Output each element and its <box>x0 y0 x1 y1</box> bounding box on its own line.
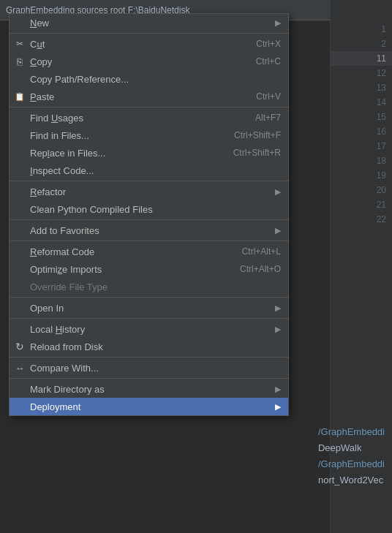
menu-item-copy-path[interactable]: Copy Path/Reference... <box>10 70 288 88</box>
menu-label-reformat-code: Reformat Code <box>30 246 227 257</box>
menu-label-replace-in-files: Replace in Files... <box>30 148 219 159</box>
right-panel-text: /GraphEmbeddi DeepWalk /GraphEmbeddi nor… <box>318 424 385 488</box>
menu-label-add-favorites: Add to Favorites <box>30 225 271 236</box>
separator-9 <box>10 378 288 379</box>
menu-label-open-in: Open In <box>30 303 271 314</box>
menu-item-refactor[interactable]: Refactor ▶ <box>10 183 288 200</box>
line-num-11: 11 <box>331 51 392 66</box>
separator-6 <box>10 297 288 298</box>
menu-label-reload-disk: Reload from Disk <box>30 341 281 352</box>
line-num-20: 20 <box>331 183 392 197</box>
refresh-icon: ↻ <box>14 341 26 352</box>
line-num-15: 15 <box>331 110 392 124</box>
line-num-2: 2 <box>331 37 392 51</box>
paste-icon: 📋 <box>14 91 26 102</box>
menu-arrow-new: ▶ <box>275 18 281 28</box>
menu-item-new[interactable]: New ▶ <box>10 14 288 31</box>
menu-shortcut-cut: Ctrl+X <box>256 39 281 49</box>
menu-item-override-file-type[interactable]: Override File Type <box>10 278 288 295</box>
menu-arrow-open-in: ▶ <box>275 303 281 313</box>
menu-item-paste[interactable]: 📋 Paste Ctrl+V <box>10 88 288 105</box>
menu-label-optimize-imports: Optimize Imports <box>30 264 225 275</box>
menu-label-local-history: Local History <box>30 324 271 335</box>
menu-shortcut-reformat: Ctrl+Alt+L <box>242 246 281 257</box>
menu-arrow-favorites: ▶ <box>275 226 281 235</box>
menu-item-compare-with[interactable]: ↔ Compare With... <box>10 359 288 377</box>
menu-label-find-in-files: Find in Files... <box>30 130 219 141</box>
menu-label-clean-python: Clean Python Compiled Files <box>30 204 281 215</box>
menu-item-reformat-code[interactable]: Reformat Code Ctrl+Alt+L <box>10 243 288 260</box>
line-num-14: 14 <box>331 95 392 110</box>
menu-shortcut-paste: Ctrl+V <box>256 91 281 102</box>
menu-label-cut: Cut <box>30 39 241 50</box>
menu-item-clean-python[interactable]: Clean Python Compiled Files <box>10 200 288 218</box>
menu-arrow-mark-directory: ▶ <box>275 385 281 394</box>
menu-item-copy[interactable]: ⎘ Copy Ctrl+C <box>10 53 288 70</box>
menu-item-open-in[interactable]: Open In ▶ <box>10 299 288 317</box>
menu-label-override-file-type: Override File Type <box>30 281 281 292</box>
menu-label-compare-with: Compare With... <box>30 363 281 374</box>
line-num-1: 1 <box>331 22 392 37</box>
line-num-21: 21 <box>331 197 392 212</box>
menu-label-paste: Paste <box>30 91 241 102</box>
menu-item-find-usages[interactable]: Find Usages Alt+F7 <box>10 109 288 126</box>
menu-label-new: New <box>30 18 271 29</box>
compare-icon: ↔ <box>14 362 26 374</box>
menu-label-deployment: Deployment <box>30 401 271 412</box>
menu-label-refactor: Refactor <box>30 186 271 197</box>
menu-item-add-favorites[interactable]: Add to Favorites ▶ <box>10 222 288 239</box>
line-num-18: 18 <box>331 154 392 168</box>
right-text-3: /GraphEmbeddi <box>318 456 385 472</box>
separator-3 <box>10 181 288 181</box>
scissors-icon <box>14 38 26 50</box>
right-text-2: DeepWalk <box>318 440 385 456</box>
separator-1 <box>10 33 288 34</box>
menu-shortcut-optimize: Ctrl+Alt+O <box>240 264 281 274</box>
menu-item-local-history[interactable]: Local History ▶ <box>10 320 288 338</box>
separator-5 <box>10 241 288 241</box>
line-num-12: 12 <box>331 66 392 80</box>
menu-label-copy-path: Copy Path/Reference... <box>30 74 281 85</box>
menu-item-inspect-code[interactable]: Inspect Code... <box>10 162 288 179</box>
separator-4 <box>10 219 288 220</box>
right-text-1: /GraphEmbeddi <box>318 424 385 440</box>
menu-arrow-local-history: ▶ <box>275 325 281 334</box>
menu-item-cut[interactable]: Cut Ctrl+X <box>10 35 288 53</box>
context-menu: New ▶ Cut Ctrl+X ⎘ Copy Ctrl+C Copy Path… <box>9 13 289 416</box>
menu-item-optimize-imports[interactable]: Optimize Imports Ctrl+Alt+O <box>10 260 288 278</box>
menu-shortcut-copy: Ctrl+C <box>256 56 281 67</box>
right-text-4: nort_Word2Vec <box>318 472 385 488</box>
menu-item-reload-disk[interactable]: ↻ Reload from Disk <box>10 338 288 355</box>
menu-label-mark-directory: Mark Directory as <box>30 384 271 395</box>
copy-icon: ⎘ <box>14 56 26 67</box>
menu-arrow-deployment: ▶ <box>275 402 281 412</box>
line-num-16: 16 <box>331 124 392 139</box>
menu-item-find-in-files[interactable]: Find in Files... Ctrl+Shift+F <box>10 126 288 144</box>
menu-arrow-refactor: ▶ <box>275 187 281 197</box>
menu-shortcut-find-usages: Alt+F7 <box>255 113 281 123</box>
menu-label-find-usages: Find Usages <box>30 113 241 124</box>
line-num-17: 17 <box>331 139 392 154</box>
separator-2 <box>10 107 288 107</box>
menu-label-inspect-code: Inspect Code... <box>30 165 281 176</box>
menu-item-deployment[interactable]: Deployment ▶ <box>10 398 288 415</box>
line-num-13: 13 <box>331 80 392 95</box>
menu-shortcut-find-in-files: Ctrl+Shift+F <box>234 130 281 140</box>
menu-label-copy: Copy <box>30 56 241 67</box>
line-num-19: 19 <box>331 168 392 183</box>
line-num-22: 22 <box>331 212 392 227</box>
menu-shortcut-replace-in-files: Ctrl+Shift+R <box>233 148 281 158</box>
separator-8 <box>10 357 288 358</box>
menu-item-mark-directory[interactable]: Mark Directory as ▶ <box>10 380 288 398</box>
separator-7 <box>10 318 288 319</box>
menu-item-replace-in-files[interactable]: Replace in Files... Ctrl+Shift+R <box>10 144 288 162</box>
